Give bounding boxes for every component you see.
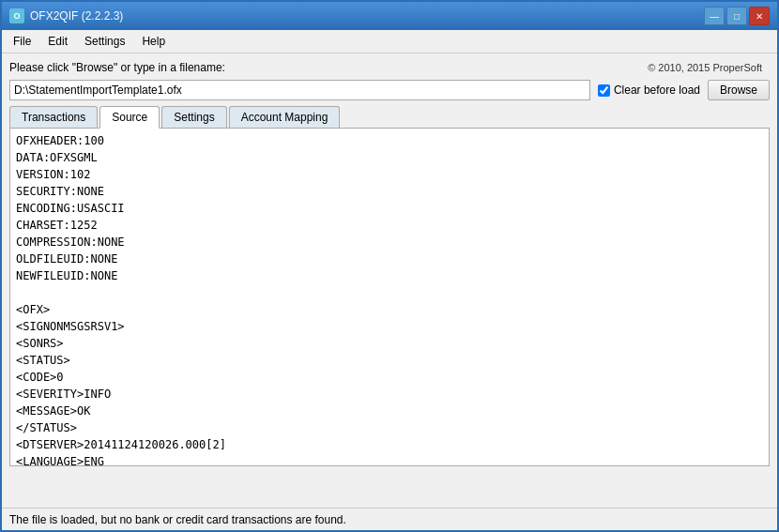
file-row: Clear before load Browse	[9, 80, 770, 100]
main-window: O OFX2QIF (2.2.2.3) — □ ✕ File Edit Sett…	[0, 0, 779, 532]
app-icon-label: O	[13, 11, 20, 21]
clear-before-load-group: Clear before load	[598, 84, 700, 97]
menu-file[interactable]: File	[6, 32, 38, 51]
window-controls: — □ ✕	[704, 7, 770, 25]
tab-source[interactable]: Source	[99, 106, 160, 129]
titlebar-title: OFX2QIF (2.2.2.3)	[30, 9, 704, 23]
tab-account-mapping[interactable]: Account Mapping	[229, 106, 341, 128]
menubar: File Edit Settings Help	[2, 30, 777, 53]
minimize-button[interactable]: —	[704, 7, 725, 25]
menu-settings[interactable]: Settings	[77, 32, 132, 51]
close-button[interactable]: ✕	[749, 7, 770, 25]
filename-input[interactable]	[9, 80, 590, 100]
copyright-text: © 2010, 2015 ProperSoft	[648, 62, 762, 73]
menu-help[interactable]: Help	[134, 32, 173, 51]
source-content: OFXHEADER:100 DATA:OFXSGML VERSION:102 S…	[16, 132, 763, 466]
source-panel[interactable]: OFXHEADER:100 DATA:OFXSGML VERSION:102 S…	[9, 129, 770, 466]
browse-button[interactable]: Browse	[708, 80, 770, 100]
browse-label: Please click "Browse" or type in a filen…	[9, 61, 225, 74]
titlebar: O OFX2QIF (2.2.2.3) — □ ✕	[2, 2, 777, 30]
app-icon: O	[9, 8, 24, 23]
tabs-container: Transactions Source Settings Account Map…	[9, 106, 770, 129]
tab-transactions[interactable]: Transactions	[9, 106, 98, 128]
clear-before-load-checkbox[interactable]	[598, 84, 610, 97]
menu-edit[interactable]: Edit	[40, 32, 75, 51]
content-area: Please click "Browse" or type in a filen…	[2, 53, 777, 508]
status-message: The file is loaded, but no bank or credi…	[9, 513, 346, 526]
clear-before-load-label: Clear before load	[614, 84, 700, 97]
browse-label-row: Please click "Browse" or type in a filen…	[9, 61, 770, 74]
statusbar: The file is loaded, but no bank or credi…	[2, 508, 777, 530]
tab-settings[interactable]: Settings	[161, 106, 226, 128]
maximize-button[interactable]: □	[726, 7, 747, 25]
